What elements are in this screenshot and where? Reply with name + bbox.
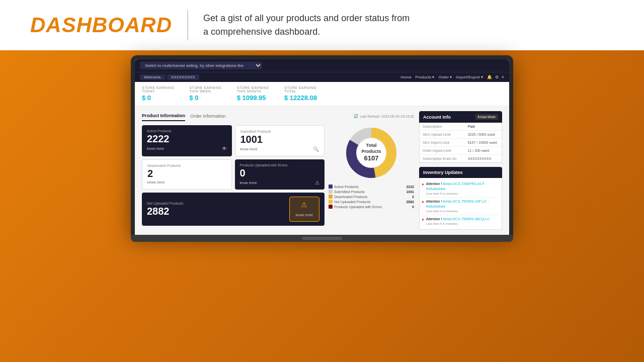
last-refresh-label: Last Refresh bbox=[360, 115, 380, 118]
right-panel: Account Info Know More Subscription Paid… bbox=[419, 111, 502, 230]
main-content: Product Information Order Information 🔄 … bbox=[135, 106, 509, 235]
inv-dot-3: ● bbox=[422, 217, 424, 222]
inv-sub-2: Less than 5 in inventory bbox=[426, 209, 500, 213]
legend-active: Active Products 2222 bbox=[329, 185, 414, 189]
earnings-row: STORE EARNING TODAY $ 0 STORE EARNING TH… bbox=[135, 82, 509, 106]
gear-icon[interactable]: ⚙ bbox=[495, 75, 499, 79]
submitted-products-label: Submitted Products bbox=[240, 130, 319, 133]
tab-product-info[interactable]: Product Information bbox=[142, 111, 185, 121]
cards-and-chart: Active Products 2222 know more 👁 bbox=[142, 125, 414, 226]
submitted-products-value: 1001 bbox=[240, 133, 319, 145]
sku-upload-label: SKU Upload Limit bbox=[420, 131, 465, 138]
earning-month-sublabel: THIS MONTH bbox=[237, 89, 269, 93]
not-uploaded-label: Not Uploaded Products bbox=[147, 202, 183, 205]
left-panel: Product Information Order Information 🔄 … bbox=[142, 111, 414, 230]
last-refresh: 🔄 Last Refresh 2023-05-08 19:16:22 bbox=[354, 114, 414, 118]
submitted-know-more[interactable]: know more bbox=[240, 147, 258, 151]
order-import-value: 11 / 200 used bbox=[465, 147, 492, 154]
nav-home[interactable]: Home bbox=[400, 75, 411, 79]
last-refresh-time: 2023-05-08 19:16:22 bbox=[381, 115, 414, 118]
laptop-base bbox=[131, 235, 513, 242]
refresh-icon: 🔄 bbox=[354, 114, 358, 118]
account-table: Subscription Paid SKU Upload Limit 3225 … bbox=[419, 123, 502, 163]
account-info-title: Account Info bbox=[423, 115, 451, 120]
inv-name-3[interactable]: Arista DCS-7500R3-36CQ-LC bbox=[443, 217, 490, 221]
card-deactivated-products: Deactivated Products 2 know more bbox=[142, 159, 232, 190]
bell-icon[interactable]: 🔔 bbox=[487, 75, 492, 79]
chart-center-value: 6107 bbox=[358, 154, 385, 163]
earning-total-sublabel: TOTAL bbox=[284, 89, 317, 93]
laptop-notch bbox=[302, 237, 342, 240]
cards-grid: Active Products 2222 know more 👁 bbox=[142, 125, 325, 226]
legend-value-active: 2222 bbox=[406, 185, 414, 189]
inv-sub-3: Less than 5 in inventory bbox=[426, 222, 490, 226]
menu-icon[interactable]: ≡ bbox=[502, 75, 504, 79]
chart-container: Total Products 6107 Activ bbox=[329, 125, 414, 226]
laptop-screen: Switch to multichannel selling, try othe… bbox=[135, 59, 509, 235]
nav-order[interactable]: Order ▾ bbox=[438, 75, 452, 79]
legend-not-uploaded: Not Uploaded Products 2882 bbox=[329, 200, 414, 204]
legend-dot-deactivated bbox=[329, 195, 333, 199]
page-header: DASHBOARD Get a gist of all your product… bbox=[0, 0, 644, 50]
tab-order-info[interactable]: Order Information bbox=[190, 112, 226, 121]
account-info-header: Account Info Know More bbox=[419, 111, 502, 123]
header-subtitle: Get a gist of all your products and orde… bbox=[203, 12, 410, 39]
earning-month-value: $ 1099.95 bbox=[237, 94, 269, 102]
card-submitted-products: Submitted Products 1001 know more 🔍 bbox=[235, 125, 325, 156]
attention-2: Attention ! bbox=[426, 200, 443, 203]
app-bar: Switch to multichannel selling, try othe… bbox=[135, 59, 509, 72]
active-know-more[interactable]: know more bbox=[147, 147, 164, 150]
legend-dot-not-uploaded bbox=[329, 200, 333, 204]
legend-label-errors: Products Uploaded with Errors bbox=[334, 205, 382, 209]
legend-deactivated: Deactivated Products 2 bbox=[329, 195, 414, 199]
account-row-order-import: Order Import Limit 11 / 200 used bbox=[420, 147, 502, 155]
legend-value-deactivated: 2 bbox=[412, 195, 414, 199]
card-not-uploaded: Not Uploaded Products 2882 ⚠ know more bbox=[142, 193, 325, 226]
inv-dot-2: ● bbox=[422, 200, 424, 204]
inventory-item-3: ● Attention ! Arista DCS-7500R3-36CQ-LC … bbox=[422, 215, 500, 227]
earning-month: STORE EARNING THIS MONTH $ 1099.95 bbox=[237, 86, 269, 102]
nav-products[interactable]: Products ▾ bbox=[416, 75, 435, 79]
chart-legend: Active Products 2222 Submitted Products bbox=[329, 185, 414, 210]
earning-week: STORE EARNING THIS WEEK $ 0 bbox=[189, 86, 221, 102]
nav-links: Home Products ▾ Order ▾ Import/Export ▾ … bbox=[400, 75, 504, 79]
deactivated-products-label: Deactivated Products bbox=[147, 164, 226, 167]
tabs-row: Product Information Order Information 🔄 … bbox=[142, 111, 414, 121]
legend-value-not-uploaded: 2882 bbox=[406, 200, 414, 204]
inventory-item-2: ● Attention ! Arista DCS-7500R3-24P-LC -… bbox=[422, 198, 500, 215]
error-products-label: Products Uploaded with Errors bbox=[240, 163, 320, 167]
inv-dot-1: ● bbox=[422, 182, 424, 187]
active-products-value: 2222 bbox=[147, 133, 227, 145]
app-nav: Welcome, XXXXXXXXX Home Products ▾ Order… bbox=[135, 72, 509, 82]
legend-label-active: Active Products bbox=[334, 185, 359, 189]
earning-total-label: STORE EARNING bbox=[284, 86, 317, 89]
topbar-left: Switch to multichannel selling, try othe… bbox=[140, 62, 262, 69]
earning-today-label: STORE EARNING bbox=[142, 86, 174, 89]
not-uploaded-know-more[interactable]: know more bbox=[296, 213, 313, 217]
legend-submitted: Submitted Products 1001 bbox=[329, 190, 414, 194]
inventory-list: ● Attention ! Arista DCS-7280PR3-24-F - … bbox=[419, 178, 502, 230]
deactivated-products-value: 2 bbox=[147, 167, 226, 179]
laptop-wrapper: Switch to multichannel selling, try othe… bbox=[0, 55, 644, 242]
sku-upload-value: 3225 / 5000 used bbox=[465, 131, 498, 138]
deactivated-know-more[interactable]: know more bbox=[147, 180, 165, 184]
error-products-footer: know more ⚠ bbox=[240, 180, 320, 186]
inventory-item-1: ● Attention ! Arista DCS-7280PR3-24-F - … bbox=[422, 180, 500, 198]
nav-icons: 🔔 ⚙ ≡ bbox=[487, 75, 504, 79]
card-error-products: Products Uploaded with Errors 0 know mor… bbox=[235, 159, 325, 190]
integration-select[interactable]: Switch to multichannel selling, try othe… bbox=[140, 62, 262, 69]
errors-know-more[interactable]: know more bbox=[240, 181, 257, 185]
earning-today: STORE EARNING TODAY $ 0 bbox=[142, 86, 174, 102]
account-row-sub-ends: Subscription Ends On XXXXXXXXXX bbox=[420, 155, 502, 162]
earning-total-value: $ 12228.08 bbox=[284, 94, 317, 102]
account-know-more-btn[interactable]: Know More bbox=[475, 114, 498, 120]
submitted-products-footer: know more 🔍 bbox=[240, 146, 319, 152]
eye-icon: 👁 bbox=[222, 146, 227, 151]
active-products-label: Active Products bbox=[147, 129, 227, 133]
subscription-value: Paid bbox=[465, 123, 478, 130]
nav-import-export[interactable]: Import/Export ▾ bbox=[456, 75, 483, 79]
legend-label-not-uploaded: Not Uploaded Products bbox=[334, 200, 370, 204]
sub-ends-label: Subscription Ends On bbox=[420, 155, 465, 162]
laptop-frame: Switch to multichannel selling, try othe… bbox=[131, 55, 513, 235]
earning-today-value: $ 0 bbox=[142, 94, 174, 102]
